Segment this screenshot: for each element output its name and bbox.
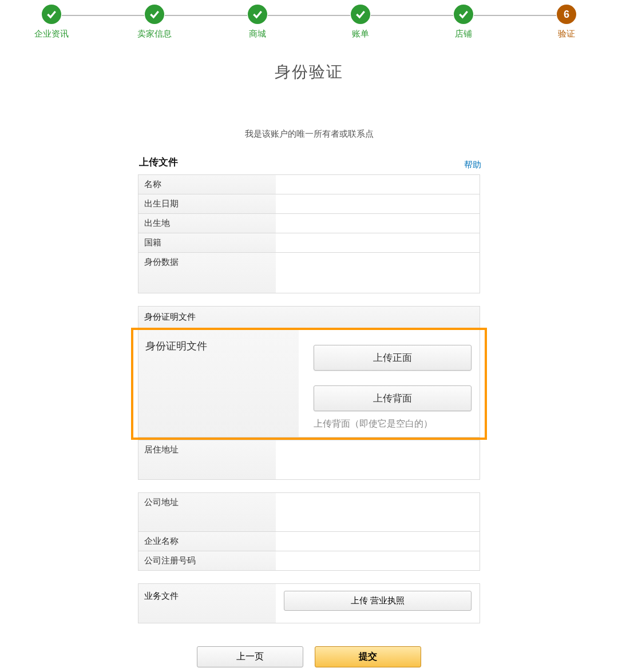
check-icon <box>351 5 370 24</box>
check-icon <box>454 5 473 24</box>
step-label: 企业资讯 <box>34 29 69 39</box>
company-info-table: 公司地址 企业名称 公司注册号码 <box>138 492 480 571</box>
row-iddata-value <box>276 253 480 293</box>
upload-license-button[interactable]: 上传 营业执照 <box>284 591 472 611</box>
step-label: 店铺 <box>455 29 472 39</box>
row-company-name-label: 企业名称 <box>138 532 276 551</box>
step-seller-info[interactable]: 卖家信息 <box>103 5 206 39</box>
id-doc-block: 身份证明文件 <box>138 306 480 328</box>
step-number: 6 <box>557 5 576 24</box>
row-pob-value <box>276 214 480 233</box>
business-doc-block: 业务文件 上传 营业执照 <box>138 583 480 623</box>
row-company-name-value <box>276 532 480 551</box>
row-name-value <box>276 175 480 194</box>
business-doc-label: 业务文件 <box>138 584 276 623</box>
id-doc-header: 身份证明文件 <box>138 307 480 328</box>
id-upload-highlight: 身份证明文件 上传正面 上传背面 上传背面（即使它是空白的） <box>131 328 487 440</box>
row-company-regno-label: 公司注册号码 <box>138 551 276 570</box>
step-store[interactable]: 店铺 <box>412 5 515 39</box>
step-label: 账单 <box>352 29 369 39</box>
page-title: 身份验证 <box>0 61 618 83</box>
row-nationality-label: 国籍 <box>138 233 276 252</box>
row-dob-label: 出生日期 <box>138 194 276 213</box>
upload-back-button[interactable]: 上传背面 <box>314 385 472 411</box>
prev-button[interactable]: 上一页 <box>197 646 303 667</box>
row-iddata-label: 身份数据 <box>138 253 276 293</box>
residence-table: 居住地址 <box>138 440 480 480</box>
id-upload-label: 身份证明文件 <box>138 330 299 437</box>
row-company-address-label: 公司地址 <box>138 493 276 531</box>
help-link[interactable]: 帮助 <box>464 160 481 170</box>
check-icon <box>248 5 267 24</box>
progress-stepper: 企业资讯 卖家信息 商城 账单 店铺 6 验证 <box>0 0 618 39</box>
row-residence-label: 居住地址 <box>138 440 276 479</box>
upload-back-hint: 上传背面（即使它是空白的） <box>314 418 472 430</box>
row-name-label: 名称 <box>138 175 276 194</box>
row-company-address-value <box>276 493 480 531</box>
section-upload-title: 上传文件 <box>139 156 480 169</box>
step-label: 商城 <box>249 29 266 39</box>
step-company-info[interactable]: 企业资讯 <box>0 5 103 39</box>
check-icon <box>145 5 164 24</box>
step-label: 验证 <box>558 29 575 39</box>
row-nationality-value <box>276 233 480 252</box>
step-marketplace[interactable]: 商城 <box>206 5 309 39</box>
step-billing[interactable]: 账单 <box>309 5 412 39</box>
row-dob-value <box>276 194 480 213</box>
submit-button[interactable]: 提交 <box>315 646 421 667</box>
upload-front-button[interactable]: 上传正面 <box>314 345 472 371</box>
step-label: 卖家信息 <box>137 29 172 39</box>
owner-statement: 我是该账户的唯一所有者或联系点 <box>138 129 480 140</box>
step-verify[interactable]: 6 验证 <box>515 5 618 39</box>
row-pob-label: 出生地 <box>138 214 276 233</box>
row-residence-value <box>276 440 480 479</box>
personal-info-table: 名称 出生日期 出生地 国籍 身份数据 <box>138 174 480 293</box>
check-icon <box>42 5 61 24</box>
row-company-regno-value <box>276 551 480 570</box>
